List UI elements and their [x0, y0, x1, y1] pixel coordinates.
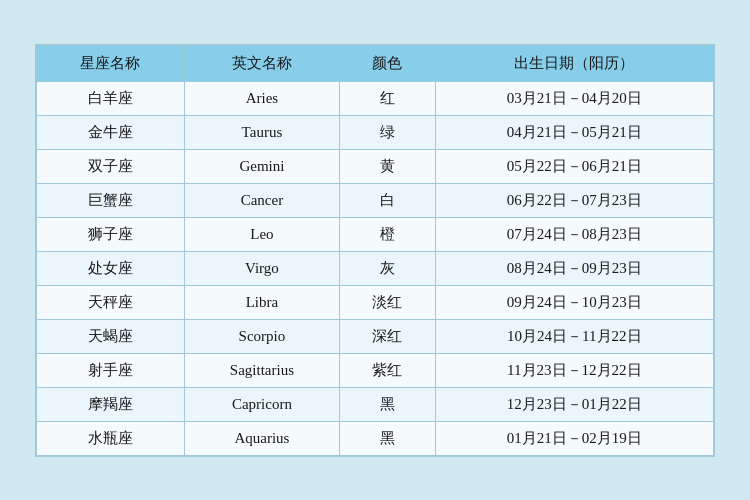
table-row: 摩羯座Capricorn黑12月23日－01月22日: [37, 387, 714, 421]
table-row: 白羊座Aries红03月21日－04月20日: [37, 81, 714, 115]
cell-english-name: Capricorn: [184, 387, 339, 421]
cell-color: 紫红: [339, 353, 435, 387]
cell-english-name: Scorpio: [184, 319, 339, 353]
cell-english-name: Gemini: [184, 149, 339, 183]
cell-date: 11月23日－12月22日: [435, 353, 713, 387]
cell-chinese-name: 白羊座: [37, 81, 185, 115]
table-row: 金牛座Taurus绿04月21日－05月21日: [37, 115, 714, 149]
table-row: 天蝎座Scorpio深红10月24日－11月22日: [37, 319, 714, 353]
header-color: 颜色: [339, 45, 435, 81]
cell-chinese-name: 狮子座: [37, 217, 185, 251]
cell-color: 黄: [339, 149, 435, 183]
header-english-name: 英文名称: [184, 45, 339, 81]
table-row: 双子座Gemini黄05月22日－06月21日: [37, 149, 714, 183]
cell-date: 07月24日－08月23日: [435, 217, 713, 251]
cell-chinese-name: 射手座: [37, 353, 185, 387]
header-chinese-name: 星座名称: [37, 45, 185, 81]
cell-chinese-name: 摩羯座: [37, 387, 185, 421]
cell-chinese-name: 巨蟹座: [37, 183, 185, 217]
cell-color: 白: [339, 183, 435, 217]
cell-chinese-name: 天秤座: [37, 285, 185, 319]
cell-color: 灰: [339, 251, 435, 285]
cell-chinese-name: 金牛座: [37, 115, 185, 149]
table-header-row: 星座名称 英文名称 颜色 出生日期（阳历）: [37, 45, 714, 81]
table-row: 处女座Virgo灰08月24日－09月23日: [37, 251, 714, 285]
cell-date: 12月23日－01月22日: [435, 387, 713, 421]
cell-color: 淡红: [339, 285, 435, 319]
cell-color: 深红: [339, 319, 435, 353]
zodiac-table: 星座名称 英文名称 颜色 出生日期（阳历） 白羊座Aries红03月21日－04…: [36, 45, 714, 456]
cell-color: 黑: [339, 387, 435, 421]
cell-english-name: Aquarius: [184, 421, 339, 455]
cell-english-name: Libra: [184, 285, 339, 319]
table-row: 天秤座Libra淡红09月24日－10月23日: [37, 285, 714, 319]
cell-english-name: Sagittarius: [184, 353, 339, 387]
cell-date: 03月21日－04月20日: [435, 81, 713, 115]
table-body: 白羊座Aries红03月21日－04月20日金牛座Taurus绿04月21日－0…: [37, 81, 714, 455]
cell-color: 绿: [339, 115, 435, 149]
cell-color: 黑: [339, 421, 435, 455]
cell-color: 橙: [339, 217, 435, 251]
cell-english-name: Virgo: [184, 251, 339, 285]
zodiac-table-container: 星座名称 英文名称 颜色 出生日期（阳历） 白羊座Aries红03月21日－04…: [35, 44, 715, 457]
cell-date: 09月24日－10月23日: [435, 285, 713, 319]
cell-chinese-name: 水瓶座: [37, 421, 185, 455]
cell-date: 05月22日－06月21日: [435, 149, 713, 183]
cell-english-name: Leo: [184, 217, 339, 251]
table-row: 狮子座Leo橙07月24日－08月23日: [37, 217, 714, 251]
cell-date: 06月22日－07月23日: [435, 183, 713, 217]
table-row: 射手座Sagittarius紫红11月23日－12月22日: [37, 353, 714, 387]
table-row: 水瓶座Aquarius黑01月21日－02月19日: [37, 421, 714, 455]
cell-chinese-name: 天蝎座: [37, 319, 185, 353]
cell-date: 01月21日－02月19日: [435, 421, 713, 455]
cell-chinese-name: 处女座: [37, 251, 185, 285]
cell-date: 08月24日－09月23日: [435, 251, 713, 285]
cell-english-name: Aries: [184, 81, 339, 115]
header-date: 出生日期（阳历）: [435, 45, 713, 81]
cell-chinese-name: 双子座: [37, 149, 185, 183]
cell-color: 红: [339, 81, 435, 115]
cell-english-name: Cancer: [184, 183, 339, 217]
cell-date: 10月24日－11月22日: [435, 319, 713, 353]
cell-english-name: Taurus: [184, 115, 339, 149]
cell-date: 04月21日－05月21日: [435, 115, 713, 149]
table-row: 巨蟹座Cancer白06月22日－07月23日: [37, 183, 714, 217]
